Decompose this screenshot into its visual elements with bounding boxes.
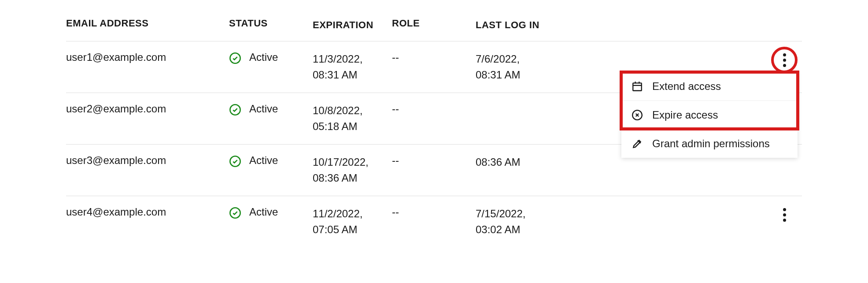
table-row: user4@example.com Active 11/2/2022, 07:0… [66,196,802,247]
check-circle-icon [229,52,241,64]
cell-role: -- [392,206,476,218]
cell-lastlogin: 7/15/2022, 03:02 AM [476,206,559,238]
header-status: STATUS [229,18,313,32]
menu-label: Extend access [652,80,721,93]
cell-status: Active [229,103,313,116]
cell-lastlogin: 7/6/2022, 08:31 AM [476,51,559,83]
cell-email: user1@example.com [66,51,229,63]
row-actions-menu: Extend access Expire access [621,72,798,158]
kebab-icon [783,53,786,67]
menu-item-expire-access[interactable]: Expire access [621,101,798,130]
calendar-icon [631,80,643,93]
check-circle-icon [229,155,241,168]
cell-status: Active [229,154,313,168]
users-table: EMAIL ADDRESS STATUS EXPIRATION ROLE LAS… [66,9,802,247]
header-actions [559,18,802,32]
cell-expiration: 10/8/2022, 05:18 AM [313,103,392,134]
table-header-row: EMAIL ADDRESS STATUS EXPIRATION ROLE LAS… [66,9,802,41]
header-expiration: EXPIRATION [313,18,392,32]
menu-label: Grant admin permissions [652,138,770,150]
cell-lastlogin: 08:36 AM [476,154,559,170]
menu-item-grant-admin[interactable]: Grant admin permissions [621,130,798,158]
header-email: EMAIL ADDRESS [66,18,229,32]
row-actions-button[interactable] [776,206,793,223]
status-label: Active [249,103,278,115]
check-circle-icon [229,207,241,219]
header-lastlogin: LAST LOG IN [476,18,559,32]
cell-status: Active [229,206,313,219]
cell-status: Active [229,51,313,64]
pencil-icon [631,138,643,150]
cell-role: -- [392,103,476,115]
cell-email: user4@example.com [66,206,229,218]
cell-expiration: 10/17/2022, 08:36 AM [313,154,392,186]
svg-rect-1 [633,83,642,90]
header-role: ROLE [392,18,476,32]
cell-role: -- [392,154,476,167]
cell-email: user2@example.com [66,103,229,115]
kebab-icon [783,208,786,222]
status-label: Active [249,206,278,218]
status-label: Active [249,51,278,63]
cell-email: user3@example.com [66,154,229,167]
check-circle-icon [229,104,241,116]
table-row: user1@example.com Active 11/3/2022, 08:3… [66,41,802,93]
cell-expiration: 11/3/2022, 08:31 AM [313,51,392,83]
menu-item-extend-access[interactable]: Extend access [621,72,798,101]
menu-label: Expire access [652,109,718,121]
status-label: Active [249,154,278,167]
x-circle-icon [631,109,643,121]
cell-actions [559,51,802,69]
cell-role: -- [392,51,476,63]
cell-actions [559,206,802,223]
row-actions-button[interactable] [776,51,793,69]
cell-expiration: 11/2/2022, 07:05 AM [313,206,392,238]
